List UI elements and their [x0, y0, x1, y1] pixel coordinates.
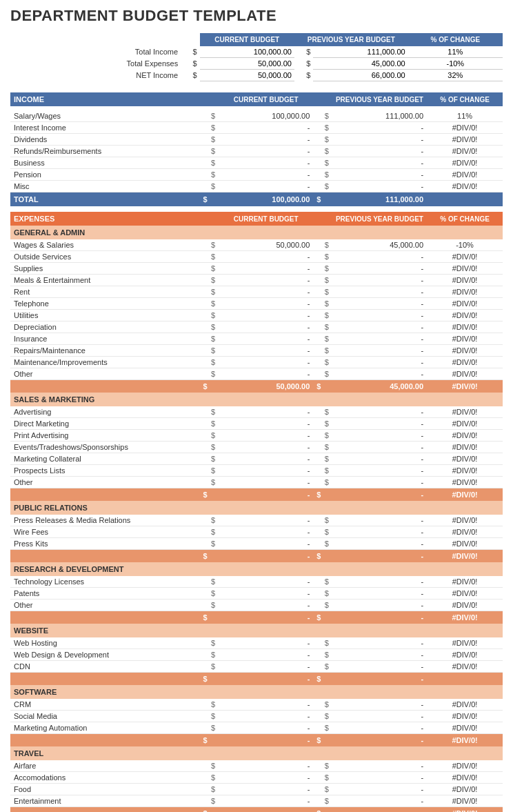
expenses-curr-dollar: $ [200, 600, 219, 611]
expenses-curr-val: - [219, 418, 313, 430]
expenses-curr-dollar: $ [200, 251, 219, 263]
expenses-curr-val: - [219, 310, 313, 321]
expenses-pct: #DIV/0! [427, 442, 503, 453]
expenses-row-label: Entertainment [10, 795, 200, 807]
income-prev-dollar: $ [313, 181, 332, 192]
income-curr-val: 100,000.00 [219, 110, 313, 122]
expenses-row: Meals & Entertainment $ - $ - #DIV/0! [10, 275, 503, 286]
expenses-subtotal-prev-dollar: $ [313, 734, 332, 747]
income-pct: #DIV/0! [427, 181, 503, 192]
expenses-prev-val: - [332, 251, 427, 263]
expenses-prev-dollar: $ [313, 576, 332, 588]
expenses-prev-val: - [332, 465, 427, 477]
expenses-curr-val: - [219, 275, 313, 286]
expenses-row: Outside Services $ - $ - #DIV/0! [10, 251, 503, 263]
expenses-subtotal-row: $ 50,000.00 $ 45,000.00 #DIV/0! [10, 380, 503, 393]
expenses-prev-dollar: $ [313, 784, 332, 795]
expenses-row-label: Direct Marketing [10, 418, 200, 430]
expenses-subtotal-label [10, 673, 200, 686]
income-row-label: Dividends [10, 134, 200, 146]
expenses-row: Wire Fees $ - $ - #DIV/0! [10, 526, 503, 538]
expenses-row-label: Events/Tradeshows/Sponsorships [10, 442, 200, 453]
expenses-subtotal-pct: #DIV/0! [427, 807, 503, 813]
summary-row: Total Expenses $ 50,000.00 $ 45,000.00 -… [10, 58, 503, 70]
expenses-row: CDN $ - $ - #DIV/0! [10, 661, 503, 673]
income-curr-dollar: $ [200, 169, 219, 181]
expenses-curr-dollar: $ [200, 784, 219, 795]
income-curr-val: - [219, 122, 313, 134]
expenses-prev-val: - [332, 442, 427, 453]
expenses-row: Rent $ - $ - #DIV/0! [10, 286, 503, 298]
income-row-label: Interest Income [10, 122, 200, 134]
expenses-prev-val: 45,000.00 [332, 239, 427, 251]
expenses-row: Print Advertising $ - $ - #DIV/0! [10, 430, 503, 442]
expenses-pct: #DIV/0! [427, 477, 503, 488]
income-pct: 11% [427, 110, 503, 122]
expenses-subtotal-pct: #DIV/0! [427, 611, 503, 624]
expenses-curr-dollar: $ [200, 310, 219, 321]
expenses-row-label: Social Media [10, 711, 200, 722]
expenses-row-label: Rent [10, 286, 200, 298]
expenses-row: Press Kits $ - $ - #DIV/0! [10, 538, 503, 550]
expenses-prev-val: - [332, 722, 427, 734]
expenses-prev-dollar: $ [313, 453, 332, 465]
expenses-subsection-label: WEBSITE [10, 624, 503, 637]
expenses-row: Other $ - $ - #DIV/0! [10, 368, 503, 380]
expenses-subtotal-prev-dollar: $ [313, 611, 332, 624]
expenses-curr-val: - [219, 784, 313, 795]
expenses-subtotal-curr: - [219, 734, 313, 747]
expenses-prev-dollar: $ [313, 637, 332, 649]
expenses-curr-val: - [219, 760, 313, 772]
expenses-curr-dollar: $ [200, 722, 219, 734]
expenses-curr-dollar: $ [200, 368, 219, 380]
expenses-subtotal-curr-dollar: $ [200, 807, 219, 813]
expenses-curr-val: - [219, 333, 313, 345]
expenses-prev-dollar: $ [313, 711, 332, 722]
expenses-prev-val: - [332, 310, 427, 321]
expenses-curr-dollar: $ [200, 418, 219, 430]
expenses-subtotal-row: $ - $ - #DIV/0! [10, 550, 503, 563]
income-col-pct: % OF CHANGE [427, 92, 503, 106]
expenses-row: Repairs/Maintenance $ - $ - #DIV/0! [10, 345, 503, 357]
income-prev-val: - [332, 181, 427, 192]
expenses-prev-val: - [332, 453, 427, 465]
expenses-row-label: Accomodations [10, 772, 200, 784]
expenses-row-label: Marketing Collateral [10, 453, 200, 465]
expenses-row: Patents $ - $ - #DIV/0! [10, 588, 503, 600]
summary-curr-dollar: $ [181, 70, 199, 81]
expenses-prev-dollar: $ [313, 465, 332, 477]
income-prev-val: - [332, 146, 427, 157]
income-total-prev-dollar: $ [313, 192, 332, 207]
expenses-subtotal-prev: - [332, 734, 427, 747]
expenses-curr-dollar: $ [200, 465, 219, 477]
expenses-prev-val: - [332, 286, 427, 298]
expenses-subtotal-curr-dollar: $ [200, 673, 219, 686]
summary-curr-dollar: $ [181, 46, 199, 58]
expenses-prev-val: - [332, 576, 427, 588]
expenses-subtotal-pct: #DIV/0! [427, 380, 503, 393]
expenses-curr-dollar: $ [200, 430, 219, 442]
expenses-curr-dollar: $ [200, 588, 219, 600]
expenses-subtotal-curr: - [219, 550, 313, 563]
expenses-row: Accomodations $ - $ - #DIV/0! [10, 772, 503, 784]
expenses-subtotal-label [10, 380, 200, 393]
page-title: DEPARTMENT BUDGET TEMPLATE [10, 7, 503, 25]
expenses-pct: #DIV/0! [427, 310, 503, 321]
expenses-curr-val: - [219, 465, 313, 477]
expenses-curr-val: 50,000.00 [219, 239, 313, 251]
income-prev-dollar: $ [313, 134, 332, 146]
expenses-pct: #DIV/0! [427, 333, 503, 345]
expenses-curr-val: - [219, 251, 313, 263]
expenses-curr-val: - [219, 357, 313, 368]
expenses-curr-val: - [219, 345, 313, 357]
income-curr-val: - [219, 169, 313, 181]
income-pct: #DIV/0! [427, 157, 503, 169]
expenses-pct: #DIV/0! [427, 251, 503, 263]
expenses-row-label: Print Advertising [10, 430, 200, 442]
expenses-prev-val: - [332, 711, 427, 722]
income-curr-val: - [219, 146, 313, 157]
expenses-prev-dollar: $ [313, 477, 332, 488]
expenses-row: Press Releases & Media Relations $ - $ -… [10, 515, 503, 526]
expenses-curr-dollar: $ [200, 649, 219, 661]
expenses-row: Events/Tradeshows/Sponsorships $ - $ - #… [10, 442, 503, 453]
